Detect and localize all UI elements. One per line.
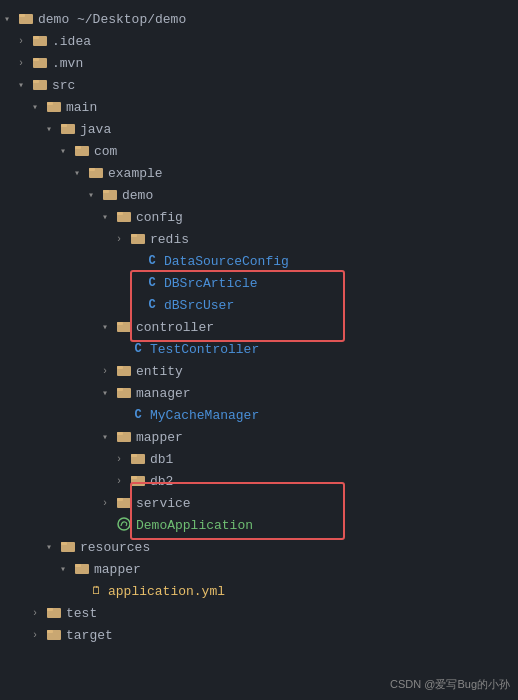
tree-label: test <box>66 606 97 621</box>
tree-arrow <box>18 79 32 91</box>
tree-item-mapper2[interactable]: mapper <box>0 558 518 580</box>
tree-arrow <box>102 211 116 223</box>
tree-item-target[interactable]: target <box>0 624 518 646</box>
tree-label: db2 <box>150 474 173 489</box>
tree-label: manager <box>136 386 191 401</box>
tree-item-config[interactable]: config <box>0 206 518 228</box>
tree-item-DemoApplication[interactable]: DemoApplication <box>0 514 518 536</box>
tree-label: src <box>52 78 75 93</box>
tree-icon-folder <box>116 429 132 445</box>
svg-rect-40 <box>75 564 81 567</box>
tree-label: application.yml <box>108 584 225 599</box>
tree-item-mvn[interactable]: .mvn <box>0 52 518 74</box>
tree-icon-folder <box>102 187 118 203</box>
tree-label: DemoApplication <box>136 518 253 533</box>
tree-arrow <box>46 123 60 135</box>
tree-label: target <box>66 628 113 643</box>
tree-item-db1[interactable]: db1 <box>0 448 518 470</box>
tree-icon-folder <box>46 627 62 643</box>
tree-icon-folder <box>32 77 48 93</box>
tree-item-example[interactable]: example <box>0 162 518 184</box>
svg-rect-38 <box>61 542 67 545</box>
tree-label: .mvn <box>52 56 83 71</box>
tree-item-demo-pkg[interactable]: demo <box>0 184 518 206</box>
tree-icon-folder <box>74 561 90 577</box>
svg-rect-29 <box>117 432 123 435</box>
tree-icon-folder <box>116 363 132 379</box>
tree-item-service[interactable]: service <box>0 492 518 514</box>
tree-item-src[interactable]: src <box>0 74 518 96</box>
tree-icon-class: C <box>144 297 160 313</box>
tree-arrow <box>32 101 46 113</box>
tree-icon-class: C <box>130 341 146 357</box>
svg-rect-31 <box>131 454 137 457</box>
svg-rect-33 <box>131 476 137 479</box>
tree-icon-folder <box>116 319 132 335</box>
tree-icon-folder <box>88 165 104 181</box>
tree-item-controller[interactable]: controller <box>0 316 518 338</box>
svg-point-36 <box>118 518 130 530</box>
tree-arrow <box>116 234 130 245</box>
tree-label: example <box>108 166 163 181</box>
tree-icon-class: C <box>144 253 160 269</box>
tree-arrow <box>74 167 88 179</box>
tree-item-manager[interactable]: manager <box>0 382 518 404</box>
tree-arrow <box>102 366 116 377</box>
tree-item-com[interactable]: com <box>0 140 518 162</box>
svg-rect-11 <box>61 124 67 127</box>
svg-rect-15 <box>89 168 95 171</box>
tree-icon-folder <box>46 605 62 621</box>
tree-arrow <box>32 630 46 641</box>
tree-label: DBSrcArticle <box>164 276 258 291</box>
tree-label: .idea <box>52 34 91 49</box>
svg-rect-23 <box>117 322 123 325</box>
tree-item-DBSrcArticle[interactable]: CDBSrcArticle <box>0 272 518 294</box>
watermark: CSDN @爱写Bug的小孙 <box>390 677 510 692</box>
tree-item-java[interactable]: java <box>0 118 518 140</box>
tree-arrow <box>4 13 18 25</box>
tree-icon-folder <box>60 121 76 137</box>
tree-arrow <box>60 145 74 157</box>
svg-rect-44 <box>47 630 53 633</box>
tree-icon-folder <box>32 55 48 71</box>
tree-label: dBSrcUser <box>164 298 234 313</box>
tree-label: controller <box>136 320 214 335</box>
tree-icon-folder <box>60 539 76 555</box>
tree-arrow <box>18 58 32 69</box>
tree-icon-spring <box>116 517 132 533</box>
tree-arrow <box>102 387 116 399</box>
tree-item-idea[interactable]: .idea <box>0 30 518 52</box>
tree-arrow <box>116 476 130 487</box>
tree-icon-folder <box>46 99 62 115</box>
svg-rect-19 <box>117 212 123 215</box>
tree-arrow <box>102 321 116 333</box>
svg-rect-27 <box>117 388 123 391</box>
tree-item-redis[interactable]: redis <box>0 228 518 250</box>
tree-label: resources <box>80 540 150 555</box>
tree-label: config <box>136 210 183 225</box>
tree-item-db2[interactable]: db2 <box>0 470 518 492</box>
tree-item-entity[interactable]: entity <box>0 360 518 382</box>
svg-rect-3 <box>33 36 39 39</box>
tree-item-dBSrcUser[interactable]: CdBSrcUser <box>0 294 518 316</box>
svg-rect-25 <box>117 366 123 369</box>
tree-icon-folder <box>130 451 146 467</box>
tree-item-application[interactable]: 🗒application.yml <box>0 580 518 602</box>
tree-icon-folder <box>74 143 90 159</box>
tree-item-mapper[interactable]: mapper <box>0 426 518 448</box>
tree-label: java <box>80 122 111 137</box>
tree-item-resources[interactable]: resources <box>0 536 518 558</box>
tree-icon-folder <box>130 231 146 247</box>
tree-arrow <box>18 36 32 47</box>
svg-rect-7 <box>33 80 39 83</box>
tree-item-main[interactable]: main <box>0 96 518 118</box>
tree-item-DataSourceConfig[interactable]: CDataSourceConfig <box>0 250 518 272</box>
tree-item-MyCacheManager[interactable]: CMyCacheManager <box>0 404 518 426</box>
tree-item-test[interactable]: test <box>0 602 518 624</box>
tree-item-TestController[interactable]: CTestController <box>0 338 518 360</box>
tree-item-demo[interactable]: demo ~/Desktop/demo <box>0 8 518 30</box>
tree-arrow <box>46 541 60 553</box>
tree-icon-folder <box>130 473 146 489</box>
svg-rect-5 <box>33 58 39 61</box>
svg-rect-9 <box>47 102 53 105</box>
